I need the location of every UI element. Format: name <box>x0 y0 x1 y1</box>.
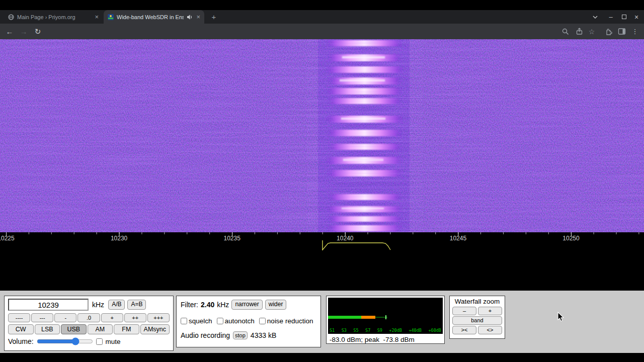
window-top-strip <box>0 0 644 10</box>
new-tab-button[interactable]: + <box>209 13 218 22</box>
forward-button[interactable]: → <box>17 24 30 39</box>
meter-scale-label: S1 <box>330 328 335 333</box>
mute-checkbox[interactable] <box>96 338 103 345</box>
back-button[interactable]: ← <box>3 24 16 39</box>
window-minimize-button[interactable]: – <box>605 10 617 24</box>
meter-scale-label: +60dB <box>428 328 441 333</box>
noise-reduction-label: noise reduction <box>267 317 313 325</box>
squelch-checkbox[interactable] <box>181 318 187 324</box>
window-close-button[interactable]: × <box>630 10 642 24</box>
tab-title: Wide-band WebSDR in Ensch <box>117 14 184 20</box>
frequency-input[interactable] <box>8 299 89 311</box>
wider-button[interactable]: wider <box>265 300 287 310</box>
waterfall-zoom-out-button[interactable]: – <box>452 307 476 315</box>
frequency-scale-area[interactable]: 10225 10230 10235 10240 10245 10250 <box>0 232 644 291</box>
waterfall-zoom-box: Waterfall zoom – + band >< <> <box>449 296 505 339</box>
waterfall-zoom-band-button[interactable]: band <box>452 316 502 325</box>
tab-close-icon[interactable]: × <box>95 14 99 20</box>
signal-meter-display: S1 S3 S5 S7 S9 +20dB +40dB +60dB <box>328 298 443 334</box>
tab-close-icon[interactable]: × <box>196 14 200 20</box>
mode-am-button[interactable]: AM <box>88 324 113 334</box>
browser-menu-icon[interactable]: ⋮ <box>630 24 640 39</box>
autonotch-checkbox[interactable] <box>217 318 223 324</box>
browser-address-bar: ← → ↻ ⚠ Not secure websdr.ewi.utwente.nl… <box>0 24 644 39</box>
volume-slider[interactable] <box>37 338 93 345</box>
waterfall-zoom-title: Waterfall zoom <box>452 298 502 305</box>
waterfall-zoom-in-button[interactable]: + <box>478 307 502 315</box>
page-zoom-icon[interactable] <box>560 24 571 39</box>
reload-button[interactable]: ↻ <box>31 24 44 39</box>
meter-scale-label: +40dB <box>409 328 422 333</box>
mode-usb-button[interactable]: USB <box>61 324 87 334</box>
meter-scale: S1 S3 S5 S7 S9 +20dB +40dB +60dB <box>328 328 443 333</box>
autonotch-label: autonotch <box>225 317 255 325</box>
dbm-reading: -83.0 dBm; peak -73.8 dBm <box>328 336 443 343</box>
meter-scale-label: S3 <box>342 328 347 333</box>
ab-toggle-button[interactable]: A/B <box>108 300 125 310</box>
audio-recording-label: Audio recording <box>181 331 230 339</box>
step-up-medium-button[interactable]: ++ <box>124 313 146 322</box>
tab-priyom[interactable]: Main Page › Priyom.org × <box>4 10 103 24</box>
tab-title: Main Page › Priyom.org <box>17 14 92 20</box>
screen: Main Page › Priyom.org × Wide-band WebSD… <box>0 0 644 362</box>
step-up-small-button[interactable]: + <box>101 313 123 322</box>
window-bottom-strip <box>0 353 644 362</box>
tab-search-chevron-icon[interactable] <box>590 10 601 24</box>
priyom-favicon-icon <box>8 14 14 20</box>
meter-scale-label: +20dB <box>389 328 402 333</box>
filter-label: Filter: <box>181 301 198 309</box>
tab-websdr[interactable]: Wide-band WebSDR in Ensch × <box>104 10 204 24</box>
extensions-puzzle-icon[interactable] <box>604 24 614 39</box>
a-equals-b-button[interactable]: A=B <box>127 300 146 310</box>
meter-scale-label: S5 <box>353 328 358 333</box>
meter-bar-orange <box>361 316 375 319</box>
meter-bar-green <box>328 316 361 319</box>
passband-indicator[interactable] <box>0 232 644 257</box>
meter-scale-label: S9 <box>377 328 382 333</box>
recording-size: 4333 kB <box>251 331 276 339</box>
websdr-favicon-icon <box>108 14 114 20</box>
noise-reduction-checkbox[interactable] <box>259 318 266 324</box>
recording-stop-button[interactable]: stop <box>233 331 248 339</box>
bookmark-star-icon[interactable]: ☆ <box>587 24 597 39</box>
waterfall-zoom-max-button[interactable]: <> <box>478 326 502 334</box>
signal-meter-box: S1 S3 S5 S7 S9 +20dB +40dB +60dB -83.0 d… <box>326 296 445 344</box>
browser-tab-bar: Main Page › Priyom.org × Wide-band WebSD… <box>0 10 644 24</box>
side-panel-icon[interactable] <box>617 24 627 39</box>
step-down-small-button[interactable]: - <box>54 313 76 322</box>
tab-audio-speaker-icon[interactable] <box>187 14 193 20</box>
volume-label: Volume: <box>8 337 34 345</box>
mode-lsb-button[interactable]: LSB <box>35 324 60 334</box>
share-icon[interactable] <box>574 24 584 39</box>
narrower-button[interactable]: narrower <box>231 300 262 310</box>
mode-fm-button[interactable]: FM <box>114 324 139 334</box>
mode-amsync-button[interactable]: AMsync <box>140 324 170 334</box>
filter-unit-label: kHz <box>217 301 229 309</box>
step-down-medium-button[interactable]: --- <box>31 313 53 322</box>
waterfall-zoom-fit-button[interactable]: >< <box>452 326 476 334</box>
tuning-box: kHz A/B A=B ---- --- - .0 + ++ +++ CW LS… <box>4 296 174 351</box>
filter-box: Filter: 2.40 kHz narrower wider squelch … <box>176 296 321 347</box>
window-maximize-button[interactable] <box>618 10 630 24</box>
frequency-unit-label: kHz <box>92 301 104 309</box>
mute-label: mute <box>106 338 121 345</box>
step-round-button[interactable]: .0 <box>77 313 100 322</box>
meter-peak-marker <box>385 315 386 319</box>
squelch-label: squelch <box>189 317 212 325</box>
meter-scale-label: S7 <box>365 328 370 333</box>
filter-bandwidth-value: 2.40 <box>201 301 214 309</box>
control-panel: kHz A/B A=B ---- --- - .0 + ++ +++ CW LS… <box>0 291 644 353</box>
waterfall-display[interactable] <box>0 39 644 232</box>
step-up-large-button[interactable]: +++ <box>147 313 170 322</box>
mode-cw-button[interactable]: CW <box>8 324 34 334</box>
step-down-large-button[interactable]: ---- <box>8 313 30 322</box>
